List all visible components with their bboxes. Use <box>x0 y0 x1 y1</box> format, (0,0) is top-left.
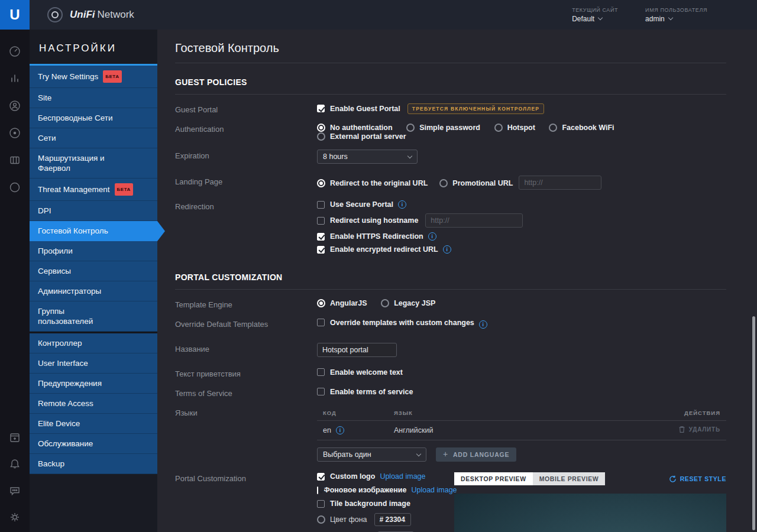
unifi-logo[interactable]: U <box>0 0 30 30</box>
radio-icon[interactable] <box>406 124 415 132</box>
sidebar-item-remote-access[interactable]: Remote Access <box>30 394 157 414</box>
radio-icon[interactable] <box>494 124 503 132</box>
override-templates-checkbox[interactable] <box>317 319 325 326</box>
sidebar-item-label: Беспроводные Сети <box>38 113 113 122</box>
info-icon[interactable]: i <box>443 245 451 254</box>
sidebar-item-notifications[interactable]: Предупреждения <box>30 374 157 394</box>
bell-icon[interactable] <box>8 458 21 471</box>
info-icon[interactable]: i <box>336 426 344 434</box>
landing-option-redirect-original[interactable]: Redirect to the original URL <box>317 179 428 187</box>
vertical-scrollbar[interactable] <box>752 316 755 530</box>
sidebar-item-user-interface[interactable]: User Interface <box>30 353 157 374</box>
sidebar-item-guest-control[interactable]: Гостевой Контроль <box>30 221 157 241</box>
sidebar-item-wireless-networks[interactable]: Беспроводные Сети <box>30 108 157 128</box>
portal-customization-row: Portal Customization Custom logoUpload i… <box>175 472 726 532</box>
tab-mobile-preview[interactable]: MOBILE PREVIEW <box>533 472 606 485</box>
sidebar-item-user-groups[interactable]: Группы пользователей <box>30 301 157 332</box>
promotional-url-input[interactable] <box>519 176 601 190</box>
events-icon[interactable] <box>8 431 21 444</box>
sidebar-item-backup[interactable]: Backup <box>30 454 157 474</box>
radio-icon[interactable] <box>317 124 325 132</box>
settings-menu: Try New SettingsБЕТА Site Беспроводные С… <box>30 64 157 474</box>
plus-icon: + <box>443 449 448 459</box>
sidebar-item-maintenance[interactable]: Обслуживание <box>30 434 157 454</box>
hostname-input[interactable] <box>425 213 523 228</box>
sidebar-item-admins[interactable]: Администраторы <box>30 281 157 301</box>
current-site-dropdown[interactable]: ТЕКУЩИЙ САЙТ Default <box>572 7 618 23</box>
auth-option-external-portal[interactable]: External portal server <box>317 132 406 141</box>
sidebar-item-label: Site <box>38 93 51 102</box>
radio-icon[interactable] <box>317 515 325 524</box>
col-actions: ДЕЙСТВИЯ <box>684 410 720 416</box>
sidebar-item-threat-management[interactable]: Threat ManagementБЕТА <box>30 179 157 201</box>
reset-style-button[interactable]: RESET STYLE <box>669 475 726 483</box>
map-icon[interactable] <box>8 154 21 167</box>
template-engine-row: Template Engine AngularJS Legacy JSP <box>175 299 726 309</box>
sidebar-item-try-new-settings[interactable]: Try New SettingsБЕТА <box>30 66 157 88</box>
clients-icon[interactable] <box>8 99 21 112</box>
gear-icon[interactable] <box>8 511 21 524</box>
tab-desktop-preview[interactable]: DESKTOP PREVIEW <box>454 472 533 485</box>
devices-icon[interactable] <box>8 126 21 140</box>
field-label: Guest Portal <box>175 103 317 114</box>
sidebar-item-label: Обслуживание <box>38 439 93 448</box>
override-templates-row: Override Default Templates Override temp… <box>175 318 726 329</box>
radio-icon[interactable] <box>381 299 389 307</box>
col-language: ЯЗЫК <box>394 410 684 416</box>
username-dropdown[interactable]: ИМЯ ПОЛЬЗОВАТЕЛЯ admin <box>645 7 707 23</box>
auth-option-no-authentication[interactable]: No authentication <box>317 123 393 132</box>
beta-badge: БЕТА <box>103 70 121 83</box>
add-language-button[interactable]: +ADD LANGUAGE <box>436 447 516 462</box>
engine-option-angularjs[interactable]: AngularJS <box>317 299 367 307</box>
sidebar-item-label: Try New Settings <box>38 72 98 81</box>
encrypted-redirect-checkbox[interactable] <box>317 246 325 254</box>
portal-title-input[interactable] <box>317 343 397 357</box>
radio-icon[interactable] <box>317 299 325 307</box>
radio-icon[interactable] <box>439 179 448 187</box>
delete-language-button[interactable]: УДАЛИТЬ <box>678 426 720 433</box>
background-image-checkbox[interactable] <box>317 486 318 494</box>
radio-icon[interactable] <box>317 132 325 141</box>
sidebar-item-profiles[interactable]: Профили <box>30 241 157 261</box>
sidebar-item-services[interactable]: Сервисы <box>30 261 157 281</box>
field-label: Expiration <box>175 150 317 160</box>
radio-icon[interactable] <box>8 181 21 194</box>
dashboard-icon[interactable] <box>8 45 21 58</box>
sidebar-item-site[interactable]: Site <box>30 88 157 108</box>
https-redirection-checkbox[interactable] <box>317 233 325 241</box>
custom-logo-checkbox[interactable] <box>317 473 325 481</box>
background-color-input[interactable] <box>374 513 411 526</box>
tile-background-checkbox[interactable] <box>317 500 325 508</box>
radio-icon[interactable] <box>317 179 325 187</box>
auth-option-hotspot[interactable]: Hotspot <box>494 123 535 132</box>
sidebar-item-dpi[interactable]: DPI <box>30 201 157 221</box>
checkbox-label: Enable Guest Portal <box>330 105 400 113</box>
field-label: Redirection <box>175 200 317 211</box>
engine-option-legacy-jsp[interactable]: Legacy JSP <box>381 299 435 307</box>
chevron-down-icon <box>668 15 673 20</box>
expiration-select[interactable]: 8 hours <box>317 150 418 164</box>
field-label: Template Engine <box>175 299 317 309</box>
use-secure-portal-checkbox[interactable] <box>317 201 325 209</box>
auth-option-simple-password[interactable]: Simple password <box>406 123 480 132</box>
welcome-text-checkbox[interactable] <box>317 368 325 376</box>
username-value: admin <box>645 15 665 23</box>
sidebar-item-elite-device[interactable]: Elite Device <box>30 414 157 434</box>
language-select[interactable]: Выбрать один <box>317 447 426 462</box>
auth-option-facebook-wifi[interactable]: Facebook WiFi <box>549 123 614 132</box>
upload-background-link[interactable]: Upload image <box>411 486 457 494</box>
landing-option-promotional-url[interactable]: Promotional URL <box>439 179 513 187</box>
radio-icon[interactable] <box>549 124 557 132</box>
terms-checkbox[interactable] <box>317 388 325 395</box>
statistics-icon[interactable] <box>8 72 21 85</box>
sidebar-item-networks[interactable]: Сети <box>30 128 157 148</box>
info-icon[interactable]: i <box>479 320 487 329</box>
upload-logo-link[interactable]: Upload image <box>380 472 425 481</box>
info-icon[interactable]: i <box>428 232 436 241</box>
sidebar-item-routing-firewall[interactable]: Маршрутизация и Фаервол <box>30 148 157 179</box>
info-icon[interactable]: i <box>398 200 406 209</box>
chat-icon[interactable] <box>8 484 21 497</box>
enable-guest-portal-checkbox[interactable] <box>317 105 325 112</box>
sidebar-item-controller[interactable]: Контроллер <box>30 333 157 353</box>
redirect-hostname-checkbox[interactable] <box>317 217 325 225</box>
